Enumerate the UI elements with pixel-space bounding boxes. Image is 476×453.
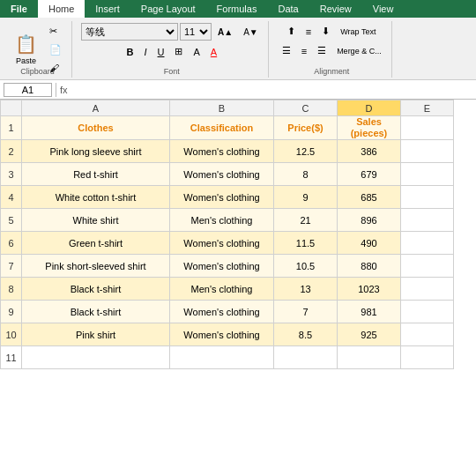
cell-c7[interactable]: 10.5 bbox=[274, 255, 338, 278]
cell-b4[interactable]: Women's clothing bbox=[170, 186, 274, 209]
cell-b3[interactable]: Women's clothing bbox=[170, 163, 274, 186]
cell-c11[interactable] bbox=[274, 346, 338, 369]
cell-e9 bbox=[401, 301, 454, 323]
cell-a2[interactable]: Pink long sleeve shirt bbox=[22, 140, 170, 163]
name-box[interactable] bbox=[4, 83, 52, 97]
italic-icon: I bbox=[144, 47, 146, 57]
formula-bar: fx bbox=[0, 80, 476, 100]
col-header-a[interactable]: A bbox=[22, 100, 170, 116]
tab-insert[interactable]: Insert bbox=[85, 0, 130, 18]
formula-input[interactable] bbox=[71, 85, 472, 95]
tab-view[interactable]: View bbox=[362, 0, 405, 18]
cell-a5[interactable]: White shirt bbox=[22, 209, 170, 232]
merge-cells-button[interactable]: Merge & C... bbox=[332, 44, 386, 58]
cell-c9[interactable]: 7 bbox=[274, 301, 338, 323]
cell-d5[interactable]: 896 bbox=[338, 209, 401, 232]
cell-e7 bbox=[401, 255, 454, 278]
decrease-font-icon: A▼ bbox=[243, 27, 258, 37]
tab-page-layout[interactable]: Page Layout bbox=[130, 0, 206, 18]
cell-a3[interactable]: Red t-shirt bbox=[22, 163, 170, 186]
header-sales[interactable]: Sales (pieces) bbox=[338, 116, 401, 140]
wrap-text-button[interactable]: Wrap Text bbox=[336, 25, 380, 39]
cell-a11[interactable] bbox=[22, 346, 170, 369]
cell-b2[interactable]: Women's clothing bbox=[170, 140, 274, 163]
align-right-icon: ☰ bbox=[317, 45, 326, 56]
cell-d6[interactable]: 490 bbox=[338, 232, 401, 255]
cell-d8[interactable]: 1023 bbox=[338, 278, 401, 301]
cell-d7[interactable]: 880 bbox=[338, 255, 401, 278]
border-button[interactable]: ⊞ bbox=[170, 43, 187, 60]
font-size-select[interactable]: 11 bbox=[180, 23, 212, 41]
cell-c10[interactable]: 8.5 bbox=[274, 323, 338, 346]
cell-c6[interactable]: 11.5 bbox=[274, 232, 338, 255]
align-right-button[interactable]: ☰ bbox=[313, 42, 331, 59]
tab-review[interactable]: Review bbox=[309, 0, 362, 18]
col-header-e[interactable]: E bbox=[401, 100, 454, 116]
align-center-button[interactable]: ≡ bbox=[297, 43, 311, 59]
increase-font-button[interactable]: A▲ bbox=[213, 25, 237, 40]
cell-c5[interactable]: 21 bbox=[274, 209, 338, 232]
col-header-c[interactable]: C bbox=[274, 100, 338, 116]
align-middle-button[interactable]: ≡ bbox=[301, 24, 316, 40]
paste-label: Paste bbox=[16, 56, 36, 65]
cell-d2[interactable]: 386 bbox=[338, 140, 401, 163]
italic-button[interactable]: I bbox=[139, 44, 151, 60]
cell-d3[interactable]: 679 bbox=[338, 163, 401, 186]
header-classification[interactable]: Classification bbox=[170, 116, 274, 140]
paste-button[interactable]: 📋 Paste bbox=[9, 26, 43, 73]
header-clothes[interactable]: Clothes bbox=[22, 116, 170, 140]
cell-d11[interactable] bbox=[338, 346, 401, 369]
cell-b8[interactable]: Men's clothing bbox=[170, 278, 274, 301]
fill-color-icon: A bbox=[193, 47, 199, 57]
tab-file[interactable]: File bbox=[0, 0, 38, 18]
cell-b9[interactable]: Women's clothing bbox=[170, 301, 274, 323]
copy-button[interactable]: 📄 bbox=[45, 41, 66, 58]
cell-c3[interactable]: 8 bbox=[274, 163, 338, 186]
col-header-d[interactable]: D bbox=[338, 100, 401, 116]
cell-c4[interactable]: 9 bbox=[274, 186, 338, 209]
cell-b10[interactable]: Women's clothing bbox=[170, 323, 274, 346]
cell-c8[interactable]: 13 bbox=[274, 278, 338, 301]
align-bottom-button[interactable]: ⬇ bbox=[317, 23, 334, 40]
fill-color-button[interactable]: A bbox=[189, 44, 204, 60]
bold-button[interactable]: B bbox=[123, 44, 138, 60]
cell-d4[interactable]: 685 bbox=[338, 186, 401, 209]
border-icon: ⊞ bbox=[175, 46, 182, 57]
underline-button[interactable]: U bbox=[153, 44, 169, 60]
align-middle-icon: ≡ bbox=[306, 26, 311, 37]
cell-a4[interactable]: White cotton t-shirt bbox=[22, 186, 170, 209]
align-top-button[interactable]: ⬆ bbox=[283, 23, 300, 40]
table-row: 9 Black t-shirt Women's clothing 7 981 bbox=[1, 301, 454, 323]
cell-b7[interactable]: Women's clothing bbox=[170, 255, 274, 278]
header-price[interactable]: Price($) bbox=[274, 116, 338, 140]
cell-a10[interactable]: Pink shirt bbox=[22, 323, 170, 346]
font-color-button[interactable]: A bbox=[206, 44, 221, 60]
clipboard-group: 📋 Paste ✂ 📄 🖌 Clipboard bbox=[4, 21, 72, 78]
corner-cell bbox=[1, 100, 22, 116]
font-name-select[interactable]: 等线 bbox=[81, 23, 178, 41]
cell-a8[interactable]: Black t-shirt bbox=[22, 278, 170, 301]
cell-d10[interactable]: 925 bbox=[338, 323, 401, 346]
header-e bbox=[401, 116, 454, 140]
cell-a7[interactable]: Pink short-sleeved shirt bbox=[22, 255, 170, 278]
font-row2: B I U ⊞ A A bbox=[123, 43, 222, 60]
cell-a6[interactable]: Green t-shirt bbox=[22, 232, 170, 255]
align-left-button[interactable]: ☰ bbox=[278, 42, 295, 59]
cut-button[interactable]: ✂ bbox=[45, 23, 66, 40]
tab-home[interactable]: Home bbox=[38, 0, 85, 18]
cell-b5[interactable]: Men's clothing bbox=[170, 209, 274, 232]
tab-data[interactable]: Data bbox=[267, 0, 309, 18]
tab-formulas[interactable]: Formulas bbox=[206, 0, 268, 18]
cell-b6[interactable]: Women's clothing bbox=[170, 232, 274, 255]
font-color-icon: A bbox=[211, 47, 217, 57]
cell-e6 bbox=[401, 232, 454, 255]
formula-divider bbox=[56, 83, 56, 97]
cell-d9[interactable]: 981 bbox=[338, 301, 401, 323]
col-header-b[interactable]: B bbox=[170, 100, 274, 116]
cell-a9[interactable]: Black t-shirt bbox=[22, 301, 170, 323]
decrease-font-button[interactable]: A▼ bbox=[239, 25, 263, 40]
underline-icon: U bbox=[158, 47, 165, 57]
cell-c2[interactable]: 12.5 bbox=[274, 140, 338, 163]
cell-b11[interactable] bbox=[170, 346, 274, 369]
font-label: Font bbox=[76, 67, 268, 76]
